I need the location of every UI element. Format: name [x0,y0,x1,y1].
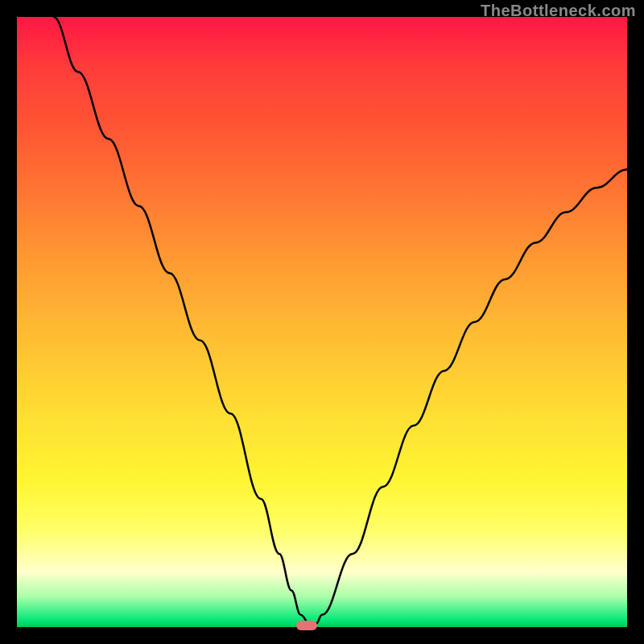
minimum-marker [296,621,317,630]
chart-container: TheBottleneck.com [0,0,644,644]
watermark-text: TheBottleneck.com [481,2,636,20]
plot-area [17,17,627,627]
bottleneck-curve [53,17,627,624]
curve-svg [17,17,627,627]
